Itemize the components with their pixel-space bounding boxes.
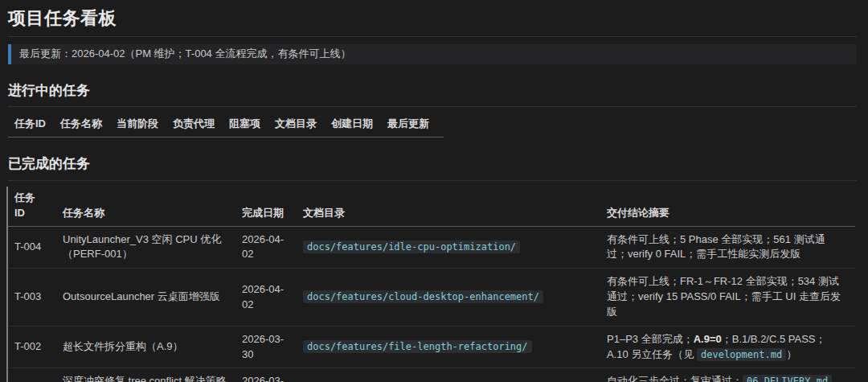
- delivery-summary: 有条件可上线；FR-1～FR-12 全部实现；534 测试通过；verify 1…: [607, 269, 855, 327]
- docs-directory: docs/features/file-length-refactoring/: [303, 326, 607, 368]
- docs-directory: docs/features/cloud-desktop-enhancement/: [303, 269, 607, 327]
- column-header: 阻塞项: [229, 113, 275, 137]
- delivery-summary: 有条件可上线；5 Phase 全部实现；561 测试通过；verify 0 FA…: [607, 226, 855, 269]
- docs-path-code: docs/features/file-length-refactoring/: [303, 340, 532, 353]
- section-heading-in-progress: 进行中的任务: [8, 81, 857, 108]
- table-row: T-001 深度冲突修复 tree conflict 解决策略（V1.7） 20…: [7, 368, 855, 382]
- column-header: 创建日期: [331, 113, 387, 137]
- docs-path-code: docs/features/idle-cpu-optimization/: [303, 240, 520, 253]
- delivery-summary: 自动化三步全过；复审通过；06_DELIVERY.md 可交付结论: [607, 368, 855, 382]
- last-updated-note: 最后更新：2026-04-02（PM 维护；T-004 全流程完成，有条件可上线…: [8, 44, 857, 64]
- completion-date: 2026-04-02: [242, 226, 303, 269]
- summary-text: 有条件可上线；5 Phase 全部实现；561 测试通过；verify 0 FA…: [607, 233, 825, 261]
- summary-text: P1–P3 全部完成；: [607, 333, 694, 345]
- summary-text: ）: [786, 348, 796, 360]
- task-name: UnityLauncher_V3 空闲 CPU 优化（PERF-001）: [63, 226, 242, 269]
- docs-directory: docs/features/idle-cpu-optimization/: [303, 226, 607, 269]
- column-header: 任务ID: [8, 113, 60, 137]
- column-header: 文档目录: [303, 187, 607, 226]
- table-header-row: 任务 ID 任务名称 完成日期 文档目录 交付结论摘要: [7, 187, 855, 226]
- completed-table: 任务 ID 任务名称 完成日期 文档目录 交付结论摘要 T-004 UnityL…: [6, 187, 855, 382]
- column-header: 交付结论摘要: [607, 187, 855, 226]
- column-header: 文档目录: [275, 113, 331, 137]
- column-header: 当前阶段: [117, 113, 173, 137]
- column-header: 完成日期: [242, 187, 303, 226]
- column-header: 负责代理: [173, 113, 229, 137]
- column-header: 任务 ID: [7, 187, 63, 226]
- page-title: 项目任务看板: [8, 6, 857, 37]
- task-id: T-003: [7, 269, 63, 327]
- docs-directory: Docs/Scripts/UnityLauncher_V3/RepairTool…: [303, 368, 607, 382]
- docs-path-code: docs/features/cloud-desktop-enhancement/: [303, 290, 543, 303]
- markdown-document: 项目任务看板 最后更新：2026-04-02（PM 维护；T-004 全流程完成…: [0, 0, 868, 382]
- summary-code-ref: development.md: [697, 348, 786, 361]
- summary-code-ref: 06_DELIVERY.md: [743, 375, 832, 382]
- table-row: T-002 超长文件拆分重构（A.9） 2026-03-30 docs/feat…: [7, 326, 855, 368]
- table-row: T-003 OutsourceLauncher 云桌面增强版 2026-04-0…: [7, 269, 855, 327]
- column-header: 最后更新: [387, 113, 444, 137]
- last-updated-text: 最后更新：2026-04-02（PM 维护；T-004 全流程完成，有条件可上线…: [19, 47, 350, 60]
- summary-text: 有条件可上线；FR-1～FR-12 全部实现；534 测试通过；verify 1…: [607, 275, 841, 318]
- completion-date: 2026-03-30: [242, 326, 303, 368]
- task-name: 超长文件拆分重构（A.9）: [63, 326, 242, 368]
- column-header: 任务名称: [60, 113, 117, 137]
- task-name: OutsourceLauncher 云桌面增强版: [63, 269, 242, 327]
- summary-bold-text: A.9=0: [694, 333, 722, 345]
- column-header: 任务名称: [63, 187, 242, 226]
- task-id: T-002: [7, 326, 63, 368]
- delivery-summary: P1–P3 全部完成；A.9=0；B.1/B.2/C.5 PASS；A.10 另…: [607, 326, 855, 368]
- in-progress-table: 任务ID 任务名称 当前阶段 负责代理 阻塞项 文档目录 创建日期 最后更新: [8, 113, 444, 138]
- completion-date: 2026-03-29: [242, 368, 303, 382]
- task-id: T-004: [7, 226, 63, 269]
- table-row: T-004 UnityLauncher_V3 空闲 CPU 优化（PERF-00…: [7, 226, 855, 269]
- summary-text: 自动化三步全过；复审通过；: [607, 375, 743, 382]
- table-header-row: 任务ID 任务名称 当前阶段 负责代理 阻塞项 文档目录 创建日期 最后更新: [8, 113, 444, 137]
- section-heading-completed: 已完成的任务: [8, 154, 857, 181]
- completion-date: 2026-04-02: [242, 269, 303, 327]
- task-id: T-001: [7, 368, 63, 382]
- task-name: 深度冲突修复 tree conflict 解决策略（V1.7）: [63, 368, 242, 382]
